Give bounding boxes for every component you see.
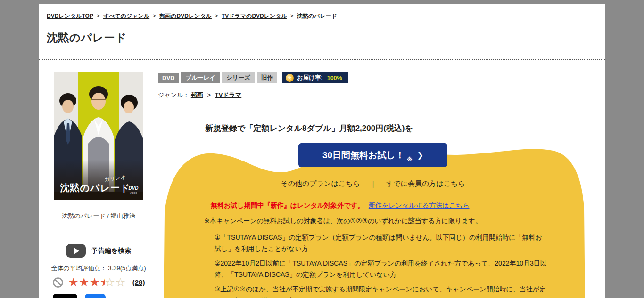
dvd-poster-image[interactable]: ガリレオ 沈黙のパレード DVD VIDEO <box>54 72 143 200</box>
genre-row: ジャンル： 邦画 > TVドラマ <box>158 91 605 99</box>
breadcrumb-link-japanese-movies[interactable]: 邦画のDVDレンタル <box>159 13 212 19</box>
main-area: ガリレオ 沈黙のパレード DVD VIDEO 沈黙のパレード / 福山雅治 予告… <box>39 72 605 298</box>
format-badges-row: DVD ブルーレイ シリーズ 旧作 ★ お届け率: 100% <box>158 72 605 83</box>
promo-content: 30日間無料お試し！ ※ ❯ その他のプランはこちら ｜ すでに会員の方はこちら… <box>158 143 588 298</box>
star-empty-icon: ☆ <box>105 276 115 288</box>
badge-dvd: DVD <box>158 73 179 83</box>
badge-bluray: ブルーレイ <box>181 72 220 83</box>
star-icon: ★ <box>89 276 99 288</box>
breadcrumb-current: 沈黙のパレード <box>297 13 337 19</box>
links-separator: ｜ <box>370 179 377 187</box>
breadcrumb-link-all-genres[interactable]: すべてのジャンル <box>103 13 149 19</box>
condition-3: ③上記①②のほか、当社が不定期で実施する期間限定キャンペーンにおいて、キャンペー… <box>215 283 547 298</box>
social-share-row <box>53 294 158 298</box>
warning-text: 無料お試し期間中『新作』はレンタル対象外です。 <box>211 201 364 209</box>
member-login-link[interactable]: すでに会員の方はこちら <box>386 179 465 187</box>
media-column: ガリレオ 沈黙のパレード DVD VIDEO 沈黙のパレード / 福山雅治 予告… <box>39 72 158 298</box>
delivery-rate-value: 100% <box>327 75 342 81</box>
star-partial-icon: ★ <box>100 276 105 288</box>
star-icon: ★ <box>286 74 294 82</box>
genre-link-tv-drama[interactable]: TVドラマ <box>215 91 242 98</box>
trailer-search-button[interactable]: 予告編を検索 <box>39 244 158 258</box>
chevron-right-icon: ❯ <box>417 151 423 160</box>
prohibition-icon <box>52 277 64 288</box>
condition-2: ②2022年10月2日以前に「TSUTAYA DISCAS」の定額プランの利用を… <box>215 258 547 280</box>
breadcrumb-link-tv-drama[interactable]: TVドラマのDVDレンタル <box>222 13 287 19</box>
play-icon <box>66 244 86 258</box>
delivery-rate-badge: ★ お届け率: 100% <box>282 72 348 83</box>
poster-dvd-logo: DVD <box>128 185 138 191</box>
new-release-warning: 無料お試し期間中『新作』はレンタル対象外です。 新作をレンタルする方法はこちら <box>211 201 588 210</box>
star-icon: ★ <box>79 276 89 288</box>
other-plans-link[interactable]: その他のプランはこちら <box>281 179 360 187</box>
genre-label: ジャンル： <box>158 91 189 98</box>
eligibility-note: ※本キャンペーンの無料お試しの対象者は、次の①②③のいずれかに該当する方に限りま… <box>204 217 588 226</box>
rating-label: 全体の平均評価点： <box>51 265 106 272</box>
star-icon: ★ <box>68 276 79 288</box>
breadcrumb-separator: > <box>215 13 218 19</box>
genre-separator: > <box>207 91 211 98</box>
breadcrumb-link-top[interactable]: DVDレンタルTOP <box>47 13 93 19</box>
facebook-share-button[interactable] <box>85 294 106 298</box>
poster-title-text: 沈黙のパレード <box>60 182 131 193</box>
eligibility-conditions: ①「TSUTAYA DISCAS」の定額プラン（定額プランの種類は問いません。以… <box>215 232 547 298</box>
breadcrumb-separator: > <box>153 13 156 19</box>
breadcrumb: DVDレンタルTOP>すべてのジャンル>邦画のDVDレンタル>TVドラマのDVD… <box>39 4 605 20</box>
page-title: 沈黙のパレード <box>47 31 597 45</box>
content-panel: DVDレンタルTOP>すべてのジャンル>邦画のDVDレンタル>TVドラマのDVD… <box>39 4 605 298</box>
detail-column: DVD ブルーレイ シリーズ 旧作 ★ お届け率: 100% ジャンル： 邦画 … <box>158 72 605 298</box>
rating-value: 3.39(5点満点) <box>108 265 146 272</box>
promo-heading: 新規登録で「定額レンタル8ダブル」月額2,200円(税込)を <box>205 123 605 134</box>
x-share-button[interactable] <box>53 294 77 298</box>
genre-link-japanese-movie[interactable]: 邦画 <box>191 91 203 98</box>
star-empty-icon: ☆ <box>115 276 125 288</box>
promo-campaign-area: 30日間無料お試し！ ※ ❯ その他のプランはこちら ｜ すでに会員の方はこちら… <box>158 143 588 298</box>
average-rating: 全体の平均評価点： 3.39(5点満点) <box>39 264 158 273</box>
badge-old-release: 旧作 <box>257 72 277 83</box>
condition-1: ①「TSUTAYA DISCAS」の定額プラン（定額プランの種類は問いません。以… <box>215 232 547 254</box>
cta-note-mark: ※ <box>407 156 413 163</box>
svg-text:VIDEO: VIDEO <box>130 192 137 194</box>
breadcrumb-separator: > <box>97 13 100 19</box>
delivery-rate-label: お届け率: <box>297 74 323 82</box>
poster-caption: 沈黙のパレード / 福山雅治 <box>39 212 158 220</box>
free-trial-cta-button[interactable]: 30日間無料お試し！ ※ ❯ <box>298 143 447 167</box>
dotted-divider <box>39 59 605 60</box>
review-count-link[interactable]: (28) <box>132 278 145 286</box>
badge-series: シリーズ <box>222 72 255 83</box>
breadcrumb-separator: > <box>290 13 294 19</box>
cta-label: 30日間無料お試し！ <box>322 149 405 161</box>
new-release-rental-link[interactable]: 新作をレンタルする方法はこちら <box>369 201 470 209</box>
secondary-links-row: その他のプランはこちら ｜ すでに会員の方はこちら <box>158 179 588 188</box>
star-rating: ★ ★ ★ ★ ☆ ☆ (28) <box>39 276 158 288</box>
trailer-search-label: 予告編を検索 <box>91 247 131 255</box>
